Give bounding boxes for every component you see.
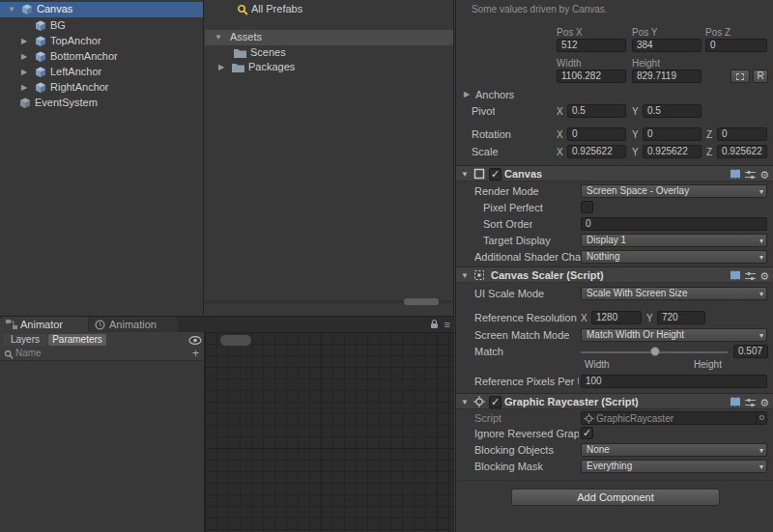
pos-z-field[interactable]: 0: [705, 39, 767, 52]
eye-icon[interactable]: [188, 335, 202, 347]
add-component-button[interactable]: Add Component: [511, 489, 720, 506]
rotation-x-field[interactable]: 0: [567, 127, 626, 141]
foldout-closed-icon[interactable]: ▶: [21, 84, 27, 92]
project-folder-packages[interactable]: ▶ Packages: [205, 60, 453, 75]
hierarchy-item-label: LeftAnchor: [50, 66, 101, 77]
hierarchy-item-topanchor[interactable]: ▶ TopAnchor: [0, 34, 203, 49]
canvas-enabled-checkbox[interactable]: ✓: [489, 168, 501, 181]
gear-icon[interactable]: ⚙: [759, 170, 769, 181]
help-book-icon[interactable]: [730, 397, 741, 409]
hierarchy-item-leftanchor[interactable]: ▶ LeftAnchor: [0, 65, 203, 80]
lock-icon[interactable]: [430, 319, 439, 331]
foldout-open-icon[interactable]: ▼: [8, 6, 15, 14]
project-panel: All Prefabs ▼ Assets Scenes ▶ Packages: [205, 0, 454, 315]
clock-icon: [95, 320, 105, 332]
foldout-open-icon[interactable]: ▼: [461, 272, 469, 280]
foldout-open-icon[interactable]: ▼: [461, 399, 469, 406]
blocking-objects-dropdown[interactable]: None ▾: [581, 443, 767, 457]
chevron-down-icon: ▾: [759, 253, 763, 262]
raw-edit-mode-button[interactable]: R: [753, 70, 768, 83]
tab-animation[interactable]: Animation: [89, 317, 178, 332]
reference-ppu-field[interactable]: 100: [581, 375, 767, 388]
pos-y-field[interactable]: 384: [632, 39, 701, 52]
add-parameter-button[interactable]: +: [192, 347, 199, 360]
hierarchy-item-bottomanchor[interactable]: ▶ BottomAnchor: [0, 49, 203, 65]
ignore-reversed-checkbox[interactable]: ✓: [581, 427, 593, 439]
hierarchy-item-canvas[interactable]: ▼ Canvas: [0, 2, 203, 17]
reference-resolution-y-field[interactable]: 720: [657, 311, 705, 324]
anchors-row[interactable]: ▶ Anchors: [456, 87, 773, 102]
foldout-open-icon[interactable]: ▼: [215, 34, 222, 42]
foldout-closed-icon[interactable]: ▶: [21, 53, 27, 61]
foldout-closed-icon[interactable]: ▶: [218, 64, 224, 71]
target-display-row: Target Display Display 1 ▾: [456, 233, 773, 248]
pivot-x-field[interactable]: 0.5: [567, 104, 626, 118]
pivot-y-field[interactable]: 0.5: [643, 104, 701, 118]
search-placeholder: Name: [15, 348, 42, 358]
object-picker-icon[interactable]: [756, 412, 766, 424]
ui-scale-mode-dropdown[interactable]: Scale With Screen Size ▾: [581, 287, 767, 300]
canvas-component-header[interactable]: ▼ ✓ Canvas ⚙: [456, 165, 773, 182]
scale-x-field[interactable]: 0.925622: [567, 145, 626, 158]
parameters-button[interactable]: Parameters: [48, 334, 106, 346]
hierarchy-item-rightanchor[interactable]: ▶ RightAnchor: [0, 80, 203, 96]
animator-graph-grid[interactable]: [205, 332, 454, 532]
screen-match-mode-dropdown[interactable]: Match Width Or Height ▾: [581, 328, 767, 342]
scale-y-field[interactable]: 0.925622: [643, 145, 701, 158]
script-object-field[interactable]: GraphicRaycaster: [581, 411, 767, 425]
foldout-closed-icon[interactable]: ▶: [464, 91, 470, 98]
horizontal-scrollbar-thumb[interactable]: [404, 298, 439, 305]
hierarchy-item-label: BottomAnchor: [50, 50, 118, 62]
render-mode-dropdown[interactable]: Screen Space - Overlay ▾: [581, 184, 767, 198]
height-field[interactable]: 829.7119: [632, 70, 701, 83]
graph-scrollbar-thumb[interactable]: [220, 335, 251, 346]
z-axis-label: Z: [706, 129, 712, 140]
project-folder-scenes[interactable]: Scenes: [205, 45, 453, 61]
y-axis-label: Y: [632, 147, 639, 157]
pos-x-field[interactable]: 512: [557, 39, 626, 52]
foldout-open-icon[interactable]: ▼: [461, 171, 469, 179]
reference-resolution-x-field[interactable]: 1280: [591, 311, 642, 324]
foldout-closed-icon[interactable]: ▶: [21, 38, 27, 45]
dropdown-value: Display 1: [587, 235, 626, 245]
dropdown-value: Nothing: [587, 251, 619, 262]
target-display-dropdown[interactable]: Display 1 ▾: [581, 234, 767, 247]
help-book-icon[interactable]: [730, 169, 741, 182]
canvas-scaler-component-header[interactable]: ▼ Canvas Scaler (Script) ⚙: [456, 266, 773, 283]
window-menu-icon[interactable]: ≡: [444, 320, 450, 330]
hierarchy-item-label: Canvas: [37, 3, 72, 14]
help-book-icon[interactable]: [730, 270, 741, 283]
sort-order-field[interactable]: 0: [581, 217, 767, 231]
rotation-z-field[interactable]: 0: [717, 127, 767, 141]
blueprint-mode-button[interactable]: [730, 70, 750, 83]
driven-values-notice: Some values driven by Canvas.: [472, 4, 608, 14]
match-value-field[interactable]: 0.507: [733, 345, 768, 358]
favorite-all-prefabs[interactable]: All Prefabs: [205, 2, 453, 17]
match-slider-thumb[interactable]: [650, 347, 660, 356]
preset-icon[interactable]: [745, 398, 756, 409]
gear-icon[interactable]: ⚙: [759, 271, 769, 282]
gameobject-cube-icon: [35, 51, 46, 65]
preset-icon[interactable]: [745, 170, 756, 182]
match-width-label: Width: [585, 359, 610, 370]
gear-icon[interactable]: ⚙: [759, 398, 769, 408]
project-folder-assets[interactable]: ▼ Assets: [205, 30, 453, 45]
y-axis-label: Y: [632, 106, 639, 117]
width-field[interactable]: 1106.282: [557, 70, 626, 83]
pixel-perfect-checkbox[interactable]: [581, 201, 593, 213]
preset-icon[interactable]: [745, 271, 756, 283]
hierarchy-item-bg[interactable]: BG: [0, 18, 203, 34]
graphic-raycaster-enabled-checkbox[interactable]: ✓: [489, 396, 501, 408]
tab-animator[interactable]: Animator: [0, 317, 88, 332]
folder-icon: [234, 48, 246, 60]
foldout-closed-icon[interactable]: ▶: [21, 69, 27, 76]
blocking-mask-dropdown[interactable]: Everything ▾: [581, 460, 767, 473]
rotation-y-field[interactable]: 0: [643, 127, 701, 141]
graphic-raycaster-component-header[interactable]: ▼ ✓ Graphic Raycaster (Script) ⚙: [456, 393, 773, 409]
parameter-search-field[interactable]: Name +: [0, 347, 205, 361]
scale-z-field[interactable]: 0.925622: [717, 145, 767, 158]
hierarchy-item-eventsystem[interactable]: EventSystem: [0, 96, 203, 111]
layers-button[interactable]: Layers: [3, 334, 47, 346]
additional-shader-dropdown[interactable]: Nothing ▾: [581, 250, 767, 264]
tab-label: Animator: [20, 319, 63, 330]
